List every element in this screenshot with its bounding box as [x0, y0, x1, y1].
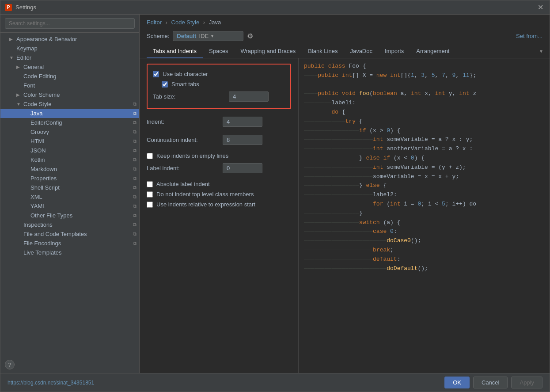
sidebar-item-editor[interactable]: ▼ Editor [0, 53, 139, 62]
no-indent-label[interactable]: Do not indent top level class members [156, 191, 254, 198]
tab-blank-lines[interactable]: Blank Lines [302, 45, 344, 58]
sidebar-item-markdown[interactable]: Markdown ⧉ [0, 164, 139, 174]
scheme-ide: IDE [199, 33, 209, 39]
copy-icon: ⧉ [133, 138, 137, 144]
no-indent-top-level-row: Do not indent top level class members [147, 189, 291, 199]
tab-size-input[interactable] [229, 91, 269, 102]
sidebar-item-label: Appearance & Behavior [16, 36, 139, 42]
settings-window: P Settings ✕ ▶ Appearance & Behavior Key… [0, 0, 550, 392]
indent-input[interactable] [223, 117, 262, 127]
sidebar-item-appearance[interactable]: ▶ Appearance & Behavior [0, 34, 139, 44]
bottom-bar: https://blog.csdn.net/sinat_34351851 OK … [0, 373, 550, 392]
sidebar-item-keymap[interactable]: Keymap [0, 44, 139, 53]
sidebar-item-file-code-templates[interactable]: File and Code Templates ⧉ [0, 229, 139, 239]
cancel-button[interactable]: Cancel [473, 377, 508, 388]
sidebar-item-color-scheme[interactable]: ▶ Color Scheme [0, 90, 139, 99]
absolute-label-indent-checkbox[interactable] [147, 181, 153, 187]
sidebar-item-editorconfig[interactable]: EditorConfig ⧉ [0, 118, 139, 127]
sidebar-item-code-style[interactable]: ▼ Code Style ⧉ [0, 99, 139, 109]
sidebar-item-font[interactable]: Font [0, 81, 139, 90]
title-bar: P Settings ✕ [0, 0, 550, 15]
tabs-bar: Tabs and Indents Spaces Wrapping and Bra… [140, 45, 550, 58]
copy-icon: ⧉ [133, 175, 137, 181]
sidebar-item-file-encodings[interactable]: File Encodings ⧉ [0, 239, 139, 248]
scheme-select[interactable]: Default IDE ▾ [173, 31, 243, 41]
smart-tabs-checkbox[interactable] [162, 81, 168, 88]
expand-arrow: ▼ [9, 55, 16, 60]
gear-button[interactable]: ⚙ [247, 32, 253, 40]
sidebar-item-label: Color Scheme [23, 91, 139, 98]
tab-arrangement[interactable]: Arrangement [410, 45, 455, 58]
use-tab-label[interactable]: Use tab character [163, 71, 208, 77]
sidebar-item-label: File and Code Templates [23, 231, 133, 237]
code-preview: public class Foo { ————public int[] X = … [299, 58, 550, 373]
tab-tabs-indents[interactable]: Tabs and Indents [147, 45, 203, 58]
close-button[interactable]: ✕ [536, 3, 545, 11]
smart-tabs-label[interactable]: Smart tabs [171, 81, 199, 88]
footer-link[interactable]: https://blog.csdn.net/sinat_34351851 [8, 380, 94, 386]
sidebar-item-label: JSON [30, 147, 133, 154]
sidebar-item-yaml[interactable]: YAML ⧉ [0, 202, 139, 211]
sidebar-item-label: YAML [30, 203, 133, 209]
sidebar-item-label: General [23, 64, 139, 70]
use-tab-checkbox[interactable] [153, 71, 159, 77]
sidebar-item-xml[interactable]: XML ⧉ [0, 192, 139, 202]
help-button[interactable]: ? [5, 360, 15, 369]
sidebar-item-label: Other File Types [30, 212, 133, 219]
tab-size-label: Tab size: [153, 93, 224, 100]
apply-button[interactable]: Apply [511, 377, 542, 388]
sidebar-item-label: File Encodings [23, 240, 133, 247]
sidebar-item-properties[interactable]: Properties ⧉ [0, 174, 139, 183]
sidebar-item-label: Kotlin [30, 156, 133, 163]
expand-arrow: ▶ [9, 37, 16, 42]
keep-indents-label[interactable]: Keep indents on empty lines [156, 152, 228, 159]
breadcrumb-code-style[interactable]: Code Style [171, 19, 200, 26]
breadcrumb-editor[interactable]: Editor [147, 19, 162, 26]
use-indents-relative-row: Use indents relative to expression start [147, 199, 291, 209]
sidebar-item-label: Editor [16, 54, 139, 61]
keep-indents-checkbox[interactable] [147, 153, 153, 159]
highlight-box: Use tab character Smart tabs Tab size: [147, 64, 291, 109]
sidebar-item-other-file-types[interactable]: Other File Types ⧉ [0, 211, 139, 220]
sidebar-item-java[interactable]: Java ⧉ [0, 109, 139, 118]
sidebar-item-code-editing[interactable]: Code Editing [0, 72, 139, 81]
sidebar-item-groovy[interactable]: Groovy ⧉ [0, 127, 139, 137]
set-from-link[interactable]: Set from... [516, 33, 542, 39]
copy-icon: ⧉ [133, 231, 137, 237]
sidebar-item-inspections[interactable]: Inspections ⧉ [0, 220, 139, 229]
sidebar-item-label: Code Editing [23, 73, 139, 80]
window-title: Settings [15, 4, 536, 11]
absolute-label-indent-label[interactable]: Absolute label indent [156, 181, 210, 187]
label-indent-input[interactable] [223, 163, 262, 173]
copy-icon: ⧉ [133, 222, 137, 228]
sidebar-item-html[interactable]: HTML ⧉ [0, 137, 139, 146]
sidebar-item-label: Keymap [16, 45, 139, 52]
sidebar-item-general[interactable]: ▶ General [0, 62, 139, 72]
ok-button[interactable]: OK [444, 377, 470, 388]
use-indents-relative-label[interactable]: Use indents relative to expression start [156, 201, 255, 208]
indent-label: Indent: [147, 118, 217, 125]
sidebar-item-shell-script[interactable]: Shell Script ⧉ [0, 183, 139, 192]
use-indents-relative-checkbox[interactable] [147, 202, 153, 208]
label-indent-label: Label indent: [147, 165, 217, 171]
copy-icon: ⧉ [133, 240, 137, 246]
tab-javadoc[interactable]: JavaDoc [344, 45, 379, 58]
search-box [0, 15, 139, 33]
sidebar-item-live-templates[interactable]: Live Templates [0, 248, 139, 257]
tabs-more-button[interactable]: ▾ [540, 48, 542, 54]
no-indent-checkbox[interactable] [147, 191, 153, 198]
sidebar-item-label: Shell Script [30, 184, 133, 191]
scheme-default: Default [177, 33, 196, 39]
sidebar-item-kotlin[interactable]: Kotlin ⧉ [0, 155, 139, 164]
sidebar-item-json[interactable]: JSON ⧉ [0, 146, 139, 155]
copy-icon: ⧉ [133, 129, 137, 135]
tab-spaces[interactable]: Spaces [203, 45, 234, 58]
search-input[interactable] [5, 18, 135, 29]
tab-imports[interactable]: Imports [379, 45, 410, 58]
right-panel: Editor › Code Style › Java Scheme: Defau… [140, 15, 550, 373]
tab-wrapping[interactable]: Wrapping and Braces [234, 45, 302, 58]
expand-arrow: ▼ [16, 102, 23, 107]
continuation-indent-input[interactable] [223, 135, 262, 145]
absolute-label-indent-row: Absolute label indent [147, 179, 291, 189]
continuation-indent-group: Continuation indent: [147, 133, 291, 147]
